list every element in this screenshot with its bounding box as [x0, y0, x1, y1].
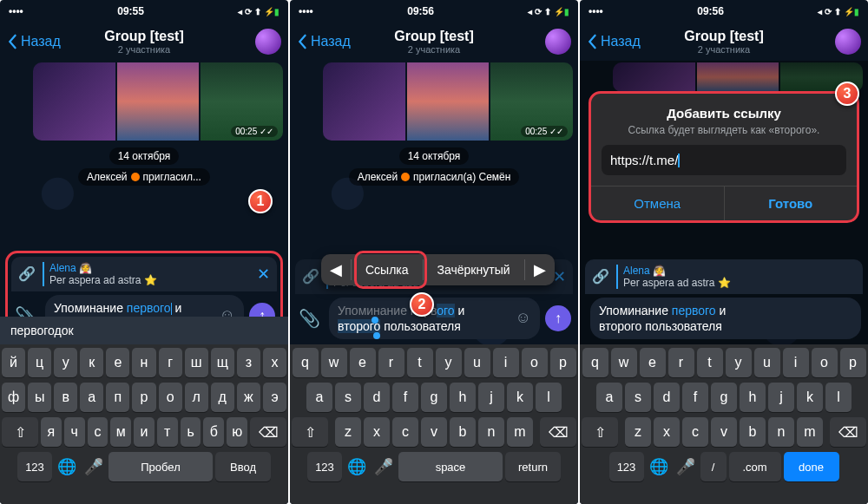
globe-key[interactable]: 🌐 [55, 452, 79, 481]
key-л[interactable]: л [185, 383, 208, 412]
key-s[interactable]: s [335, 383, 361, 412]
backspace-key[interactable]: ⌫ [250, 417, 286, 447]
shift-key[interactable]: ⇧ [292, 417, 328, 447]
key-l[interactable]: l [536, 383, 562, 412]
globe-key[interactable]: 🌐 [345, 452, 369, 481]
dialog-done-button[interactable]: Готово [725, 187, 858, 220]
key-ы[interactable]: ы [28, 383, 51, 412]
mic-key[interactable]: 🎤 [82, 452, 106, 481]
key-a[interactable]: a [306, 383, 332, 412]
key-i[interactable]: i [783, 348, 809, 377]
key-н[interactable]: н [132, 348, 155, 377]
key-p[interactable]: p [840, 348, 866, 377]
key-г[interactable]: г [159, 348, 182, 377]
key-u[interactable]: u [754, 348, 780, 377]
key-ф[interactable]: ф [2, 383, 25, 412]
key-c[interactable]: c [682, 417, 708, 447]
chat-avatar[interactable] [835, 29, 861, 55]
dialog-cancel-button[interactable]: Отмена [591, 187, 725, 220]
key-щ[interactable]: щ [211, 348, 234, 377]
reply-close-button[interactable]: ✕ [553, 267, 566, 286]
key-n[interactable]: n [478, 417, 504, 447]
backspace-key[interactable]: ⌫ [540, 417, 576, 447]
key-k[interactable]: k [797, 383, 823, 412]
key-v[interactable]: v [421, 417, 447, 447]
key-x[interactable]: x [364, 417, 390, 447]
back-button[interactable]: Назад [587, 34, 641, 49]
shift-key[interactable]: ⇧ [2, 417, 38, 447]
space-key[interactable]: Пробел [108, 452, 213, 481]
key-t[interactable]: t [407, 348, 433, 377]
key-n[interactable]: n [768, 417, 794, 447]
return-key[interactable]: return [505, 452, 561, 481]
key-e[interactable]: e [350, 348, 376, 377]
key-y[interactable]: y [436, 348, 462, 377]
key-q[interactable]: q [582, 348, 608, 377]
mic-key[interactable]: 🎤 [674, 452, 698, 481]
message-input[interactable]: Упоминание первого и второго пользовател… [590, 298, 861, 339]
key-r[interactable]: r [668, 348, 694, 377]
key-o[interactable]: o [522, 348, 548, 377]
key-ь[interactable]: ь [181, 417, 201, 447]
key-t[interactable]: t [697, 348, 723, 377]
send-button[interactable]: ↑ [545, 305, 571, 331]
attach-icon[interactable]: 📎 [295, 308, 324, 329]
key-o[interactable]: o [812, 348, 838, 377]
key-v[interactable]: v [711, 417, 737, 447]
selection-handle-start[interactable] [372, 317, 378, 324]
key-f[interactable]: f [392, 383, 418, 412]
key-h[interactable]: h [450, 383, 476, 412]
key-ч[interactable]: ч [64, 417, 85, 447]
numbers-key[interactable]: 123 [17, 452, 52, 481]
chat-avatar[interactable] [255, 29, 281, 55]
key-u[interactable]: u [464, 348, 490, 377]
key-x[interactable]: x [654, 417, 680, 447]
key-s[interactable]: s [625, 383, 651, 412]
emoji-icon[interactable]: ☺ [516, 308, 531, 328]
reply-preview[interactable]: 🔗 Alena 👰 Per aspera ad astra ⭐ [585, 259, 863, 294]
key-т[interactable]: т [157, 417, 178, 447]
key-й[interactable]: й [2, 348, 25, 377]
key-ж[interactable]: ж [237, 383, 260, 412]
chat-title-block[interactable]: Group [test] 2 участника [394, 29, 474, 55]
key-b[interactable]: b [740, 417, 766, 447]
key-о[interactable]: о [159, 383, 182, 412]
key-y[interactable]: y [726, 348, 752, 377]
chat-title-block[interactable]: Group [test] 2 участника [104, 29, 184, 55]
return-key[interactable]: Ввод [215, 452, 271, 481]
key-р[interactable]: р [132, 383, 155, 412]
ctx-next-arrow[interactable]: ▶ [525, 254, 555, 285]
key-p[interactable]: p [550, 348, 576, 377]
media-message[interactable]: 00:25 ✓✓ [33, 62, 283, 141]
key-l[interactable]: l [825, 383, 852, 412]
message-input[interactable]: Упоминание первого и второго пользовател… [329, 298, 540, 339]
back-button[interactable]: Назад [297, 34, 351, 49]
key-z[interactable]: z [625, 417, 651, 447]
key-х[interactable]: х [263, 348, 286, 377]
key-в[interactable]: в [54, 383, 77, 412]
key-с[interactable]: с [88, 417, 108, 447]
key-b[interactable]: b [450, 417, 476, 447]
backspace-key[interactable]: ⌫ [830, 417, 866, 447]
reply-preview[interactable]: 🔗 Alena 👰 Per aspera ad astra ⭐ ✕ [11, 257, 277, 291]
key-ю[interactable]: ю [227, 417, 247, 447]
numbers-key[interactable]: 123 [609, 452, 644, 481]
dialog-url-input[interactable]: https://t.me/ [602, 145, 846, 175]
key-d[interactable]: d [654, 383, 680, 412]
key-i[interactable]: i [493, 348, 519, 377]
ctx-prev-arrow[interactable]: ◀ [321, 254, 351, 285]
dotcom-key[interactable]: .com [729, 452, 781, 481]
key-j[interactable]: j [768, 383, 794, 412]
key-з[interactable]: з [237, 348, 260, 377]
shift-key[interactable]: ⇧ [582, 417, 618, 447]
key-я[interactable]: я [41, 417, 62, 447]
chat-avatar[interactable] [545, 29, 571, 55]
key-э[interactable]: э [263, 383, 286, 412]
key-h[interactable]: h [740, 383, 766, 412]
chat-title-block[interactable]: Group [test] 2 участника [684, 29, 764, 55]
space-key[interactable]: space [398, 452, 503, 481]
key-r[interactable]: r [378, 348, 404, 377]
key-c[interactable]: c [392, 417, 418, 447]
key-z[interactable]: z [335, 417, 361, 447]
key-и[interactable]: и [134, 417, 155, 447]
